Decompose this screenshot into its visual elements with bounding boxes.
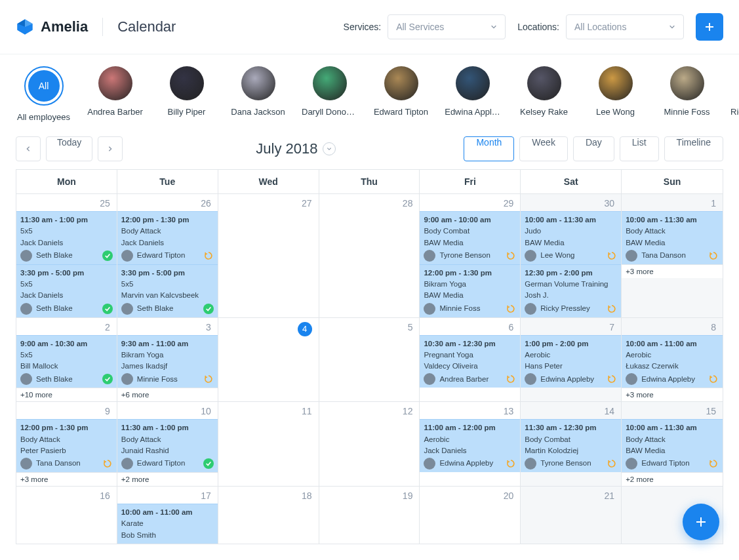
calendar-event[interactable]: 3:30 pm - 5:00 pm5x5Marvin van Kalcvsbee… [117, 264, 218, 317]
day-cell[interactable]: 19 [319, 487, 420, 544]
day-cell[interactable]: 39:30 am - 11:00 amBikram YogaJames Ikad… [117, 318, 218, 403]
day-cell[interactable]: 299:00 am - 10:00 amBody CombatBAW Media… [420, 194, 521, 318]
day-cell[interactable]: 1411:30 am - 12:30 pmBody CombatMartin K… [521, 402, 622, 487]
avatar [424, 250, 435, 262]
calendar-event[interactable]: 10:00 am - 11:30 amBody AttackBAW MediaT… [622, 211, 723, 264]
calendar-event[interactable]: 1:00 pm - 2:00 pmAerobicHans PeterEdwina… [521, 335, 621, 388]
event-client: BAW Media [626, 445, 719, 456]
day-cell[interactable]: 71:00 pm - 2:00 pmAerobicHans PeterEdwin… [521, 318, 622, 403]
employee-filter[interactable]: Daryll Donov… [302, 66, 357, 122]
more-link[interactable]: +3 more [16, 472, 117, 486]
day-cell[interactable]: 1510:00 am - 11:30 amBody AttackBAW Medi… [622, 402, 723, 487]
services-select[interactable]: All Services [388, 14, 506, 39]
today-button[interactable]: Today [46, 136, 92, 161]
day-cell[interactable]: 21 [521, 487, 622, 544]
calendar-event[interactable]: 10:30 am - 12:30 pmPregnant YogaValdecy … [420, 335, 520, 388]
calendar-event[interactable]: 12:30 pm - 2:00 pmGerman Volume Training… [521, 264, 621, 317]
more-link[interactable]: +6 more [117, 388, 218, 401]
day-header: Wed [218, 170, 319, 194]
employee-filter[interactable]: Ricky Pressley [730, 66, 739, 122]
locations-label: Locations: [517, 22, 559, 32]
calendar-event[interactable]: 11:30 am - 1:00 pmBody AttackJunaid Rash… [117, 419, 218, 472]
day-cell[interactable]: 5 [319, 318, 420, 403]
calendar-event[interactable]: 10:00 am - 11:30 amJudoBAW MediaLee Wong [521, 211, 621, 264]
event-employee: Seth Blake [36, 250, 98, 261]
calendar-event[interactable]: 10:00 am - 11:00 amAerobicŁukasz Czerwik… [622, 335, 723, 388]
avatar [527, 66, 561, 100]
calendar-event[interactable]: 10:00 am - 11:30 amBody AttackBAW MediaE… [622, 419, 723, 472]
day-cell[interactable]: 11 [218, 402, 319, 487]
add-button[interactable] [696, 13, 723, 41]
employee-filter[interactable]: Edward Tipton [373, 66, 429, 122]
event-time: 11:00 am - 12:00 pm [424, 422, 516, 433]
day-cell[interactable]: 110:00 am - 11:30 amBody AttackBAW Media… [622, 194, 723, 318]
day-number: 4 [218, 318, 319, 339]
employee-filter[interactable]: Minnie Foss [659, 66, 715, 122]
day-cell[interactable]: 12 [319, 402, 420, 487]
divider [102, 18, 103, 36]
avatar [241, 66, 275, 100]
view-week[interactable]: Week [519, 136, 568, 161]
more-link[interactable]: +2 more [117, 472, 218, 486]
calendar-event[interactable]: 10:00 am - 11:00 amKarateBob Smith [117, 504, 218, 544]
event-client: Bob Smith [121, 530, 214, 541]
event-employee: Tyrone Benson [540, 458, 603, 469]
more-link[interactable]: +3 more [622, 264, 723, 278]
day-cell[interactable]: 1710:00 am - 11:00 amKarateBob Smith [117, 487, 218, 544]
view-timeline[interactable]: Timeline [664, 136, 723, 161]
day-cell[interactable]: 20 [420, 487, 521, 544]
calendar-event[interactable]: 9:00 am - 10:00 amBody CombatBAW MediaTy… [420, 211, 520, 264]
next-button[interactable] [98, 136, 123, 161]
calendar-event[interactable]: 12:00 pm - 1:30 pmBikram YogaBAW MediaMi… [420, 264, 520, 317]
day-cell[interactable]: 610:30 am - 12:30 pmPregnant YogaValdecy… [420, 318, 521, 403]
employee-filter[interactable]: Andrea Barber [87, 66, 143, 122]
calendar-event[interactable]: 11:00 am - 12:00 pmAerobicJack DanielsEd… [420, 419, 520, 472]
employee-filter[interactable]: Kelsey Rake [516, 66, 572, 122]
calendar-event[interactable]: 9:30 am - 11:00 amBikram YogaJames Ikads… [117, 335, 218, 388]
employee-name: Daryll Donov… [302, 107, 357, 117]
locations-select[interactable]: All Locations [566, 14, 684, 39]
employee-filter[interactable]: Lee Wong [588, 66, 643, 122]
day-cell[interactable]: 2511:30 am - 1:00 pm5x5Jack DanielsSeth … [16, 194, 117, 318]
avatar [121, 303, 133, 315]
day-cell[interactable]: 1011:30 am - 1:00 pmBody AttackJunaid Ra… [117, 402, 218, 487]
view-month[interactable]: Month [464, 136, 514, 161]
calendar-event[interactable]: 11:30 am - 12:30 pmBody CombatMartin Kol… [521, 419, 621, 472]
event-employee: Andrea Barber [439, 374, 502, 385]
day-cell[interactable]: 1311:00 am - 12:00 pmAerobicJack Daniels… [420, 402, 521, 487]
employee-filter[interactable]: AllAll employees [16, 66, 71, 122]
day-number: 20 [420, 487, 520, 504]
employee-filter[interactable]: Dana Jackson [230, 66, 286, 122]
day-cell[interactable]: 3010:00 am - 11:30 amJudoBAW MediaLee Wo… [521, 194, 622, 318]
calendar-event[interactable]: 12:00 pm - 1:30 pmBody AttackPeter Pasie… [16, 419, 117, 472]
day-cell[interactable]: 16 [16, 487, 117, 544]
more-link[interactable]: +10 more [16, 388, 117, 401]
avatar [525, 303, 536, 315]
logo: Amelia [16, 18, 88, 36]
fab-add[interactable] [683, 504, 719, 540]
more-link[interactable]: +2 more [622, 472, 723, 486]
calendar-event[interactable]: 11:30 am - 1:00 pm5x5Jack DanielsSeth Bl… [16, 211, 117, 264]
day-cell[interactable]: 27 [218, 194, 319, 318]
caret-down-icon [327, 146, 332, 151]
view-day[interactable]: Day [573, 136, 614, 161]
prev-button[interactable] [16, 136, 41, 161]
event-time: 11:30 am - 1:00 pm [20, 214, 113, 226]
day-cell[interactable]: 29:00 am - 10:30 am5x5Bill MallockSeth B… [16, 318, 117, 403]
day-cell[interactable]: 912:00 pm - 1:30 pmBody AttackPeter Pasi… [16, 402, 117, 487]
more-link[interactable]: +3 more [622, 388, 723, 401]
period-dropdown[interactable] [323, 142, 336, 155]
day-cell[interactable]: 2612:00 pm - 1:30 pmBody AttackJack Dani… [117, 194, 218, 318]
employee-filter[interactable]: Billy Piper [159, 66, 214, 122]
calendar-event[interactable]: 3:30 pm - 5:00 pm5x5Jack DanielsSeth Bla… [16, 264, 117, 317]
day-cell[interactable]: 810:00 am - 11:00 amAerobicŁukasz Czerwi… [622, 318, 723, 403]
day-cell[interactable]: 18 [218, 487, 319, 544]
employee-filter[interactable]: Edwina Appl… [445, 66, 500, 122]
period-label: July 2018 [256, 140, 317, 157]
day-cell[interactable]: 4 [218, 318, 319, 403]
calendar-event[interactable]: 12:00 pm - 1:30 pmBody AttackJack Daniel… [117, 211, 218, 264]
view-list[interactable]: List [620, 136, 659, 161]
event-time: 12:30 pm - 2:00 pm [525, 268, 617, 279]
calendar-event[interactable]: 9:00 am - 10:30 am5x5Bill MallockSeth Bl… [16, 335, 117, 388]
day-cell[interactable]: 28 [319, 194, 420, 318]
